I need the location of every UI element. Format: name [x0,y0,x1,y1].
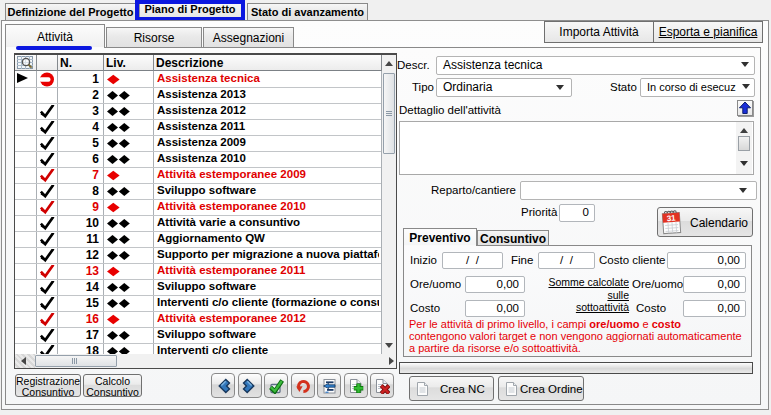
svg-text:31: 31 [666,214,676,224]
